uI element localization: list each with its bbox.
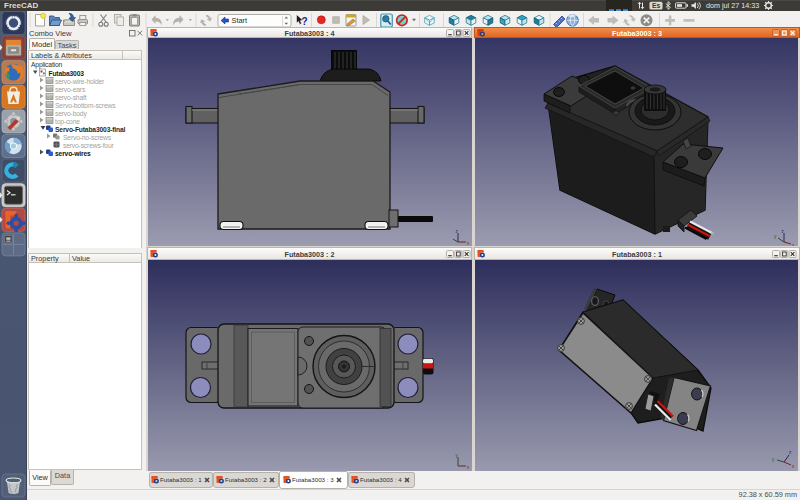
svg-text:Servo-no-screws: Servo-no-screws bbox=[63, 134, 112, 141]
svg-text:servo-shaft: servo-shaft bbox=[55, 94, 87, 101]
svg-text:?: ? bbox=[302, 16, 308, 27]
svg-text:servo-body: servo-body bbox=[55, 110, 87, 118]
svg-text:Futaba3003: Futaba3003 bbox=[49, 70, 85, 77]
svg-text:Servo-Futaba3003-final: Servo-Futaba3003-final bbox=[55, 126, 126, 133]
svg-text:Start: Start bbox=[232, 16, 248, 25]
svg-text:dom jul 27 14:33: dom jul 27 14:33 bbox=[706, 1, 759, 10]
svg-text:Application: Application bbox=[31, 61, 62, 69]
svg-text:servo-ears: servo-ears bbox=[55, 86, 86, 93]
svg-text:top-cone: top-cone bbox=[55, 118, 80, 126]
svg-text:Es: Es bbox=[652, 2, 661, 9]
svg-text:servo-screws-four: servo-screws-four bbox=[63, 142, 115, 149]
svg-text:Servo-bottom-screws: Servo-bottom-screws bbox=[55, 102, 116, 109]
svg-text:servo-wires: servo-wires bbox=[55, 150, 91, 157]
svg-text:servo-wire-holder: servo-wire-holder bbox=[55, 78, 105, 85]
svg-text:FreeCAD: FreeCAD bbox=[4, 1, 38, 10]
